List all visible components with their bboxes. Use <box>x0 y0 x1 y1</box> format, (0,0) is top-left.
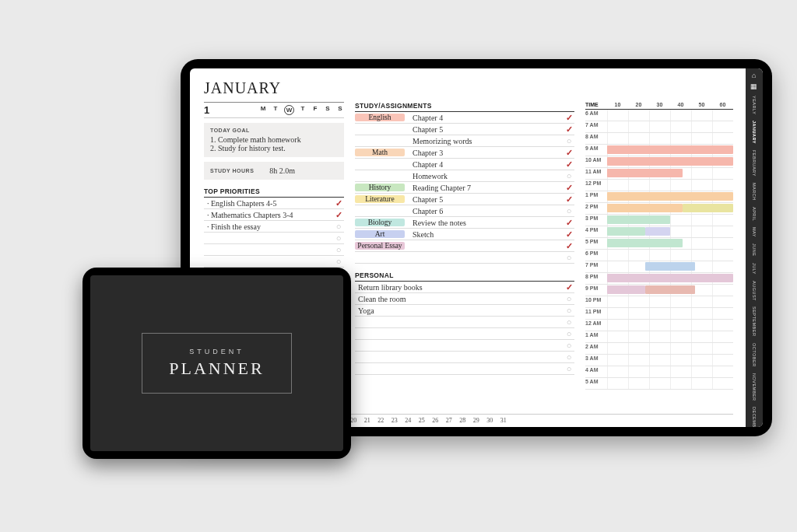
cal-day[interactable]: 25 <box>419 417 425 424</box>
priority-row[interactable]: · Mathematics Chapters 3-4✓ <box>204 209 344 221</box>
side-tab[interactable]: SEPTEMBER <box>752 304 757 338</box>
circle-icon[interactable]: ○ <box>333 233 344 243</box>
grid-cell <box>628 343 649 354</box>
check-icon[interactable]: ✓ <box>564 113 574 123</box>
personal-row[interactable]: Yoga○ <box>355 305 574 317</box>
personal-row[interactable]: ○ <box>355 328 574 340</box>
circle-icon[interactable]: ○ <box>333 257 344 266</box>
circle-icon[interactable]: ○ <box>333 222 344 231</box>
check-icon[interactable]: ✓ <box>564 159 574 170</box>
grid-icon[interactable]: ▦ <box>750 82 758 90</box>
circle-icon[interactable]: ○ <box>564 364 574 373</box>
check-icon[interactable]: ✓ <box>333 198 344 208</box>
grid-cols <box>607 331 733 342</box>
cal-day[interactable]: 21 <box>364 417 370 424</box>
circle-icon[interactable]: ○ <box>564 206 574 215</box>
personal-row[interactable]: ○ <box>355 352 574 363</box>
check-icon[interactable]: ✓ <box>564 148 574 158</box>
circle-icon[interactable]: ○ <box>564 341 574 350</box>
study-row[interactable]: Chapter 6○ <box>355 205 574 217</box>
home-icon[interactable]: ⌂ <box>752 72 757 79</box>
grid-cell <box>691 308 712 319</box>
week-letter[interactable]: S <box>336 105 344 115</box>
study-row[interactable]: Memorizing words○ <box>355 135 574 147</box>
grid-cell <box>670 331 691 342</box>
side-tab[interactable]: YEARLY <box>752 93 757 117</box>
time-row: 7 PM <box>585 261 733 273</box>
week-letter[interactable]: T <box>272 105 279 115</box>
side-tab[interactable]: NOVEMBER <box>752 371 757 403</box>
personal-row[interactable]: Return library books✓ <box>355 282 574 293</box>
side-tab[interactable]: JULY <box>752 261 757 277</box>
side-tab[interactable]: JANUARY <box>752 118 757 146</box>
cal-day[interactable]: 31 <box>500 417 507 424</box>
side-tab[interactable]: MARCH <box>752 180 757 203</box>
side-tab[interactable]: FEBRUARY <box>752 148 757 179</box>
circle-icon[interactable]: ○ <box>564 253 574 262</box>
side-tab[interactable]: DECEMBER <box>752 404 757 427</box>
grid-cell <box>691 110 712 121</box>
grid-cell <box>607 308 628 319</box>
study-row[interactable]: BiologyReview the notes✓ <box>355 217 574 229</box>
circle-icon[interactable]: ○ <box>564 352 574 362</box>
week-letter[interactable]: W <box>284 105 294 115</box>
study-row[interactable]: ArtSketch✓ <box>355 229 574 240</box>
priority-row[interactable]: · English Chapters 4-5✓ <box>204 198 344 209</box>
study-row[interactable]: Chapter 4✓ <box>355 159 574 170</box>
personal-row[interactable]: Clean the room○ <box>355 293 574 305</box>
priority-row[interactable]: · Finish the essay○ <box>204 221 344 233</box>
cal-day[interactable]: 28 <box>459 417 465 424</box>
check-icon[interactable]: ✓ <box>564 282 574 292</box>
priority-row[interactable]: ○ <box>204 244 344 256</box>
study-row[interactable]: Chapter 5✓ <box>355 124 574 135</box>
cal-day[interactable]: 30 <box>486 417 493 424</box>
personal-row[interactable]: ○ <box>355 340 574 352</box>
cal-day[interactable]: 29 <box>473 417 479 424</box>
check-icon[interactable]: ✓ <box>564 183 574 193</box>
study-row[interactable]: MathChapter 3✓ <box>355 147 574 159</box>
side-tab[interactable]: OCTOBER <box>752 341 757 369</box>
check-icon[interactable]: ✓ <box>564 229 574 240</box>
cal-day[interactable]: 22 <box>377 417 384 424</box>
week-letter[interactable]: M <box>259 105 267 115</box>
week-letter[interactable]: F <box>311 105 319 115</box>
circle-icon[interactable]: ○ <box>564 136 574 145</box>
grid-cols <box>607 273 733 284</box>
circle-icon[interactable]: ○ <box>333 245 344 254</box>
cover-main: PLANNER <box>169 359 264 379</box>
circle-icon[interactable]: ○ <box>564 171 574 180</box>
check-icon[interactable]: ✓ <box>333 210 344 220</box>
circle-icon[interactable]: ○ <box>564 294 574 303</box>
priority-row[interactable]: ○ <box>204 233 344 244</box>
personal-row[interactable]: ○ <box>355 317 574 328</box>
study-row[interactable]: LiteratureChapter 5✓ <box>355 194 574 205</box>
personal-row[interactable]: ○ <box>355 363 574 375</box>
check-icon[interactable]: ✓ <box>564 241 574 251</box>
study-row[interactable]: EnglishChapter 4✓ <box>355 112 574 124</box>
cal-day[interactable]: 26 <box>432 417 438 424</box>
cal-day[interactable]: 23 <box>391 417 398 424</box>
study-row[interactable]: Homework○ <box>355 170 574 182</box>
cal-day[interactable]: 27 <box>446 417 452 424</box>
day-header: 1 MTWTFSS <box>204 102 344 118</box>
priority-row[interactable]: ○ <box>204 256 344 268</box>
side-tab[interactable]: MAY <box>752 225 757 240</box>
study-text: Chapter 4 <box>409 160 564 169</box>
check-icon[interactable]: ✓ <box>564 194 574 205</box>
circle-icon[interactable]: ○ <box>564 329 574 338</box>
study-row[interactable]: Personal Essay✓ <box>355 240 574 252</box>
side-tab[interactable]: AUGUST <box>752 278 757 303</box>
week-letter[interactable]: S <box>324 105 332 115</box>
check-icon[interactable]: ✓ <box>564 124 574 135</box>
side-tab[interactable]: APRIL <box>752 205 757 223</box>
week-letter[interactable]: T <box>299 105 307 115</box>
circle-icon[interactable]: ○ <box>564 306 574 315</box>
study-row[interactable]: HistoryReading Chapter 7✓ <box>355 182 574 194</box>
cal-day[interactable]: 24 <box>405 417 411 424</box>
cal-day[interactable]: 20 <box>350 417 356 424</box>
circle-icon[interactable]: ○ <box>564 317 574 327</box>
side-tab[interactable]: JUNE <box>752 241 757 258</box>
check-icon[interactable]: ✓ <box>564 218 574 228</box>
study-row[interactable]: ○ <box>355 252 574 264</box>
category-tag: Math <box>355 149 405 156</box>
